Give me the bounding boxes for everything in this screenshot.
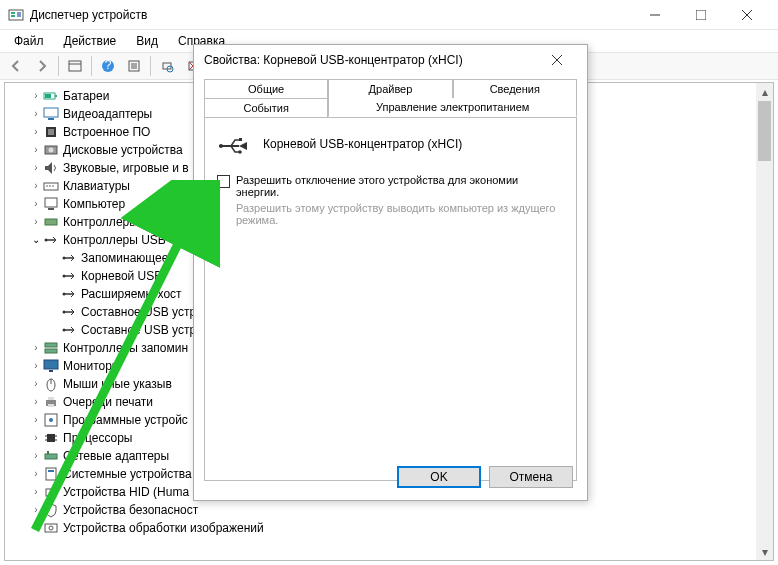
close-button[interactable] [724,0,770,30]
tab-power-management[interactable]: Управление электропитанием [328,98,577,117]
svg-point-59 [49,418,53,422]
usb-icon [43,232,59,248]
view-mode-button[interactable] [63,54,87,78]
chevron-right-icon[interactable]: › [29,159,43,177]
scroll-thumb[interactable] [758,101,771,161]
chevron-right-icon[interactable]: › [29,393,43,411]
tree-item-label: Запоминающее [81,249,168,267]
dialog-close-button[interactable] [537,45,577,75]
tree-item[interactable]: ›Устройства безопасност [7,501,771,519]
scrollbar[interactable]: ▴ ▾ [756,83,773,560]
tree-item-label: Составное USB устр [81,303,196,321]
chevron-right-icon[interactable]: › [29,357,43,375]
tree-item-label: Устройства HID (Huma [63,483,189,501]
scroll-up-icon[interactable]: ▴ [756,83,773,100]
chevron-right-icon[interactable]: › [29,465,43,483]
chevron-right-icon[interactable]: › [29,339,43,357]
forward-button[interactable] [30,54,54,78]
svg-rect-57 [48,404,54,407]
svg-rect-76 [239,138,242,141]
chevron-right-icon[interactable]: › [29,213,43,231]
tab-driver[interactable]: Драйвер [328,79,452,98]
back-button[interactable] [4,54,28,78]
chevron-right-icon[interactable]: › [29,177,43,195]
svg-rect-50 [45,349,57,353]
svg-rect-65 [45,454,57,459]
keyboard-icon [43,178,59,194]
tab-events[interactable]: События [204,98,328,117]
menu-action[interactable]: Действие [56,32,125,50]
net-icon [43,448,59,464]
ide-icon [43,214,59,230]
tree-item-label: Очереди печати [63,393,153,411]
properties-button[interactable] [122,54,146,78]
chevron-right-icon[interactable]: › [29,519,43,537]
chevron-right-icon[interactable]: › [29,483,43,501]
dialog-tabs: Общие Драйвер Сведения События Управлени… [204,79,577,117]
tree-item-label: Контроллеры IDE ATA/ [63,213,189,231]
allow-off-checkbox[interactable] [217,175,230,188]
toolbar-separator [150,56,151,76]
chevron-right-icon[interactable]: › [29,447,43,465]
allow-off-label: Разрешить отключение этого устройства дл… [236,174,564,198]
chevron-right-icon[interactable]: › [29,411,43,429]
printer-icon [43,394,59,410]
tree-item-label: Мониторы [63,357,120,375]
tab-details[interactable]: Сведения [453,79,577,98]
device-header: Корневой USB-концентратор (xHCI) [217,132,564,156]
wake-label: Разрешить этому устройству выводить комп… [236,202,564,226]
dialog-titlebar: Свойства: Корневой USB-концентратор (xHC… [194,45,587,75]
svg-point-72 [49,526,53,530]
chip-icon [43,124,59,140]
help-button[interactable]: ? [96,54,120,78]
cancel-button[interactable]: Отмена [489,466,573,488]
svg-point-31 [46,185,48,187]
minimize-button[interactable] [632,0,678,30]
usb-icon [61,250,77,266]
ok-button[interactable]: OK [397,466,481,488]
chevron-down-icon[interactable]: ⌄ [29,231,43,249]
soft-icon [43,412,59,428]
svg-point-77 [238,150,242,154]
svg-rect-49 [45,343,57,347]
svg-rect-30 [44,183,58,190]
chevron-right-icon[interactable]: › [29,501,43,519]
svg-rect-60 [47,434,55,442]
toolbar-separator [91,56,92,76]
battery-icon [43,88,59,104]
sys-icon [43,466,59,482]
dialog-buttons: OK Отмена [397,466,573,488]
tree-item-label: Контроллеры USB [63,231,166,249]
chevron-right-icon[interactable]: › [29,105,43,123]
chevron-right-icon[interactable]: › [29,195,43,213]
chevron-right-icon[interactable]: › [29,141,43,159]
device-name: Корневой USB-концентратор (xHCI) [263,137,462,151]
tree-item[interactable]: ›Устройства обработки изображений [7,519,771,537]
window-title: Диспетчер устройств [30,8,632,22]
svg-text:?: ? [105,59,112,72]
svg-rect-25 [48,118,54,120]
toolbar-separator [58,56,59,76]
chevron-right-icon[interactable]: › [29,375,43,393]
tree-item-label: Клавиатуры [63,177,130,195]
tab-general[interactable]: Общие [204,79,328,98]
dialog-title: Свойства: Корневой USB-концентратор (xHC… [204,53,537,67]
chevron-right-icon[interactable]: › [29,123,43,141]
svg-rect-56 [48,397,54,400]
chevron-right-icon[interactable]: › [29,87,43,105]
audio-icon [43,160,59,176]
chevron-right-icon[interactable]: › [29,429,43,447]
svg-rect-66 [47,451,49,454]
menu-file[interactable]: Файл [6,32,52,50]
disk-icon [43,142,59,158]
svg-point-29 [49,148,54,153]
scan-button[interactable] [155,54,179,78]
usb-icon [217,132,249,156]
svg-rect-27 [48,129,54,135]
scroll-down-icon[interactable]: ▾ [756,543,773,560]
maximize-button[interactable] [678,0,724,30]
svg-rect-24 [44,108,58,117]
menu-view[interactable]: Вид [128,32,166,50]
tree-item-label: Составное USB устр [81,321,196,339]
svg-rect-8 [69,61,81,71]
